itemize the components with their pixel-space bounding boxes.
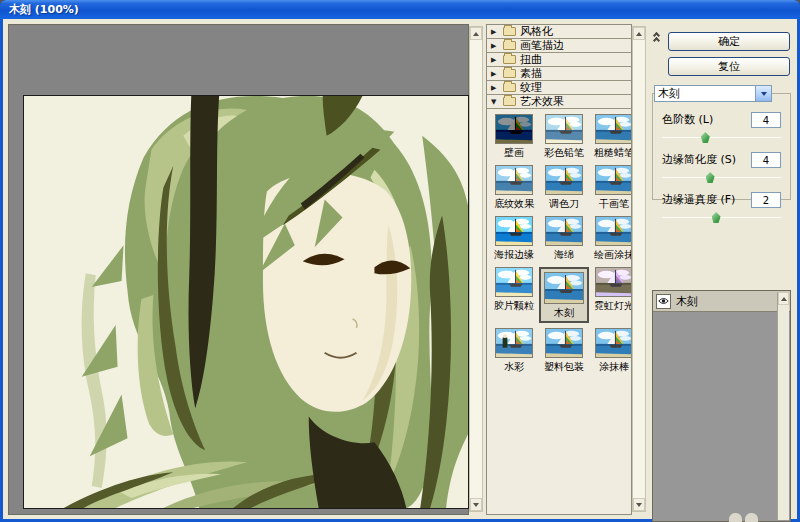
chevron-down-icon[interactable] [755,86,771,101]
slider-area: 色阶数 (L) 4 边缘简化度 (S) 4 边缘逼真度 (F) 2 [653,108,790,228]
filter-gallery-dialog: 木刻 (100%) [0,0,800,522]
slider-track[interactable] [662,131,781,143]
effect-layer-list: 木刻 [653,291,790,312]
category-arrow-icon[interactable]: ▶ [491,42,499,50]
filter-select[interactable]: 木刻 [654,85,772,102]
filter-thumbnail-image[interactable] [545,216,583,246]
filter-thumbnail-image[interactable] [545,165,583,195]
effect-layer-row[interactable]: 木刻 [653,291,790,312]
sailboat-thumbnail-icon [496,268,532,296]
filter-thumbnail[interactable]: 调色刀 [541,165,587,211]
filter-thumbnail-image[interactable] [595,328,632,358]
effect-layer-panel: 木刻 [652,290,791,522]
slider-track[interactable] [662,171,781,183]
scroll-up-icon[interactable] [778,292,789,305]
filter-thumbnail-image[interactable] [495,328,533,358]
slider-label: 边缘简化度 (S) [662,152,736,167]
filter-thumbnail[interactable]: 底纹效果 [491,165,537,211]
filter-thumbnail[interactable]: 绘画涂抹 [591,216,632,262]
layer-list-scrollbar[interactable] [777,292,789,520]
filter-thumbnail[interactable]: 彩色铅笔 [541,114,587,160]
slider-thumb[interactable] [701,132,710,143]
filter-thumbnail-image[interactable] [544,272,584,304]
scroll-down-icon[interactable] [633,498,645,511]
filter-thumbnail-label: 海绵 [541,248,587,262]
filter-thumbnail[interactable]: 干画笔 [591,165,632,211]
slider-value-input[interactable]: 4 [751,152,781,168]
filter-thumbnail-grid: 壁画 彩色铅笔 [487,109,631,379]
filter-thumbnail[interactable]: 海绵 [541,216,587,262]
filter-thumbnail[interactable]: 木刻 [539,267,589,323]
sailboat-thumbnail-icon [596,217,632,245]
filter-list-scrollbar[interactable] [632,26,646,512]
filter-thumbnail-image[interactable] [595,165,632,195]
filter-category-row[interactable]: ▶ 画笔描边 [487,39,631,53]
sailboat-thumbnail-icon [546,217,582,245]
scroll-up-icon[interactable] [633,27,645,40]
filter-thumbnail-label: 底纹效果 [491,197,537,211]
preview-scrollbar[interactable] [469,26,483,512]
filter-thumbnail-image[interactable] [545,328,583,358]
category-arrow-icon[interactable]: ▶ [491,28,499,36]
filter-thumbnail-label: 木刻 [541,306,587,320]
category-list: ▶ 风格化 ▶ 画笔描边 ▶ 扭曲 ▶ 素描 ▶ 纹理 ▼ 艺术效果 [487,25,631,109]
filter-thumbnail[interactable]: 水彩 [491,328,537,374]
visibility-toggle[interactable] [656,294,671,309]
category-arrow-icon[interactable]: ▶ [491,70,499,78]
category-label: 扭曲 [520,52,542,67]
filter-thumbnail-label: 绘画涂抹 [591,248,632,262]
filter-thumbnail[interactable]: 霓虹灯光 [591,267,632,323]
titlebar[interactable]: 木刻 (100%) [0,0,800,19]
filter-category-row[interactable]: ▶ 纹理 [487,81,631,95]
filter-thumbnail-image[interactable] [545,114,583,144]
scroll-down-icon[interactable] [470,498,482,511]
slider-value-input[interactable]: 4 [751,112,781,128]
filter-category-row[interactable]: ▶ 素描 [487,67,631,81]
category-label: 素描 [520,66,542,81]
collapse-thumbnails-icon[interactable] [653,33,663,45]
filter-thumbnail[interactable]: 塑料包装 [541,328,587,374]
filter-thumbnail[interactable]: 胶片颗粒 [491,267,537,323]
slider-track[interactable] [662,211,781,223]
artwork-illustration [24,96,468,508]
filter-thumbnail-image[interactable] [495,267,533,297]
filter-thumbnail-image[interactable] [495,165,533,195]
ok-button[interactable]: 确定 [668,32,790,51]
filter-thumbnail[interactable]: 涂抹棒 [591,328,632,374]
filter-settings-group: 色阶数 (L) 4 边缘简化度 (S) 4 边缘逼真度 (F) 2 [652,93,791,200]
category-label: 画笔描边 [520,38,564,53]
category-label: 风格化 [520,24,553,39]
filter-category-row[interactable]: ▶ 扭曲 [487,53,631,67]
slider-thumb[interactable] [706,172,715,183]
filter-thumbnail-label: 胶片颗粒 [491,299,537,313]
filter-thumbnail-image[interactable] [595,216,632,246]
filter-thumbnail[interactable]: 海报边缘 [491,216,537,262]
slider-group: 边缘简化度 (S) 4 [653,148,790,188]
filter-thumbnail-image[interactable] [495,114,533,144]
filter-thumbnail[interactable]: 粗糙蜡笔 [591,114,632,160]
filter-thumbnail-label: 霓虹灯光 [591,299,632,313]
delete-effect-layer-button[interactable] [745,513,758,522]
filter-thumbnail-label: 涂抹棒 [591,360,632,374]
filter-thumbnail[interactable]: 壁画 [491,114,537,160]
slider-thumb[interactable] [712,212,721,223]
category-arrow-icon[interactable]: ▶ [491,56,499,64]
filter-thumbnail-image[interactable] [595,267,632,297]
folder-icon [503,27,516,36]
scroll-up-icon[interactable] [470,27,482,40]
filter-category-panel: ▶ 风格化 ▶ 画笔描边 ▶ 扭曲 ▶ 素描 ▶ 纹理 ▼ 艺术效果 [486,24,632,515]
sailboat-thumbnail-icon [596,166,632,194]
filter-thumbnail-image[interactable] [495,216,533,246]
filter-category-row[interactable]: ▶ 风格化 [487,25,631,39]
category-arrow-icon[interactable]: ▼ [491,98,499,106]
sailboat-thumbnail-icon [496,329,532,357]
preview-image[interactable] [23,95,469,509]
new-effect-layer-button[interactable] [729,513,742,522]
category-arrow-icon[interactable]: ▶ [491,84,499,92]
slider-value-input[interactable]: 2 [751,192,781,208]
filter-thumbnail-image[interactable] [595,114,632,144]
filter-category-row[interactable]: ▼ 艺术效果 [487,95,631,109]
figure-icon [503,334,508,348]
sailboat-thumbnail-icon [596,268,632,296]
reset-button[interactable]: 复位 [668,57,790,76]
